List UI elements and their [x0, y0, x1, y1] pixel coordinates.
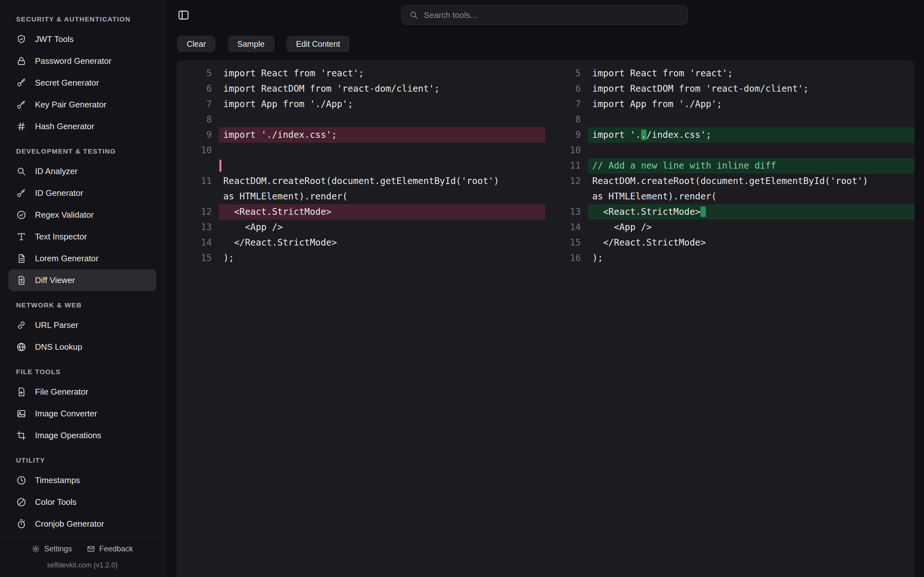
- sidebar-section-title: NETWORK & WEB: [0, 291, 165, 314]
- timer-icon: [16, 519, 27, 529]
- search-box[interactable]: [401, 5, 688, 25]
- diff-row: 14 <App />: [545, 219, 914, 235]
- sidebar-item-label: Image Converter: [35, 409, 97, 419]
- sidebar-item-label: JWT Tools: [35, 34, 73, 44]
- diff-row: 13 <App />: [176, 219, 545, 235]
- sidebar-item-label: Regex Validator: [35, 210, 94, 220]
- code-line: import './index.css';: [219, 127, 545, 143]
- sidebar-item-id-analyzer[interactable]: ID Analyzer: [8, 160, 156, 182]
- code-line: <App />: [588, 219, 914, 235]
- code-line: import React from 'react';: [219, 66, 545, 81]
- sidebar-item-text-inspector[interactable]: Text Inspector: [8, 226, 156, 247]
- mail-icon: [87, 545, 95, 553]
- diff-row: 13 <React.StrictMode>: [545, 204, 914, 219]
- sidebar-item-label: DNS Lookup: [35, 342, 82, 352]
- version-text: selfdevkit.com (v1.2.0): [0, 561, 165, 569]
- line-number: [176, 189, 212, 204]
- code-line: ReactDOM.createRoot(document.getElementB…: [588, 173, 914, 189]
- clock-icon: [16, 475, 27, 486]
- line-number: 7: [545, 97, 581, 112]
- diff-row: [176, 158, 545, 173]
- badge-check-icon: [16, 210, 27, 220]
- code-line: import React from 'react';: [588, 66, 914, 81]
- diff-row: 9import '../index.css';: [545, 127, 914, 143]
- sidebar-item-file-generator[interactable]: File Generator: [8, 381, 156, 403]
- sidebar-section-title: DEVELOPMENT & TESTING: [0, 137, 165, 160]
- sidebar-section: UTILITYTimestampsColor ToolsCronjob Gene…: [0, 446, 165, 535]
- search-input[interactable]: [424, 10, 680, 20]
- edit-content-button[interactable]: Edit Content: [286, 35, 350, 52]
- diff-row: 16);: [545, 250, 914, 266]
- diff-row: 5import React from 'react';: [545, 66, 914, 81]
- sidebar-item-dns-lookup[interactable]: DNS Lookup: [8, 336, 156, 358]
- sidebar-item-id-generator[interactable]: ID Generator: [8, 182, 156, 204]
- sidebar-section-title: UTILITY: [0, 446, 165, 469]
- line-number: 10: [545, 143, 581, 158]
- sidebar-item-label: ID Analyzer: [35, 166, 78, 176]
- sidebar-item-color-tools[interactable]: Color Tools: [8, 491, 156, 513]
- sidebar: SECURITY & AUTHENTICATIONJWT ToolsPasswo…: [0, 0, 165, 577]
- sidebar-item-label: Hash Generator: [35, 121, 94, 131]
- diff-row: 11// Add a new line with inline diff: [545, 158, 914, 173]
- sidebar-item-label: Diff Viewer: [35, 276, 75, 285]
- topbar: [165, 0, 924, 31]
- code-line: [219, 112, 545, 127]
- sidebar-sections: SECURITY & AUTHENTICATIONJWT ToolsPasswo…: [0, 0, 165, 536]
- crop-icon: [16, 430, 27, 441]
- diff-row: 6import ReactDOM from 'react-dom/client'…: [545, 81, 914, 97]
- sidebar-section: SECURITY & AUTHENTICATIONJWT ToolsPasswo…: [0, 5, 165, 137]
- clear-button[interactable]: Clear: [177, 35, 216, 52]
- sidebar-toggle-icon[interactable]: [177, 9, 190, 21]
- line-number: 13: [176, 219, 212, 235]
- feedback-link[interactable]: Feedback: [87, 544, 133, 553]
- line-number: 8: [176, 112, 212, 127]
- diff-row: 7import App from './App';: [545, 97, 914, 112]
- sidebar-item-hash-generator[interactable]: Hash Generator: [8, 115, 156, 137]
- code-line: <App />: [219, 219, 545, 235]
- sidebar-item-jwt-tools[interactable]: JWT Tools: [8, 28, 156, 50]
- sidebar-item-label: Cronjob Generator: [35, 519, 104, 529]
- sidebar-item-image-converter[interactable]: Image Converter: [8, 403, 156, 424]
- link-icon: [16, 320, 27, 330]
- gear-icon: [31, 545, 40, 553]
- file-diff-icon: [16, 275, 27, 285]
- settings-link[interactable]: Settings: [31, 544, 72, 553]
- sidebar-item-password-generator[interactable]: Password Generator: [8, 50, 156, 72]
- line-number: 5: [545, 66, 581, 81]
- settings-label: Settings: [44, 544, 72, 553]
- diff-row: 8: [545, 112, 914, 127]
- code-line: as HTMLElement).render(: [588, 189, 914, 204]
- sidebar-item-image-operations[interactable]: Image Operations: [8, 424, 156, 446]
- sidebar-item-label: Lorem Generator: [35, 253, 99, 263]
- diff-row: 10: [176, 143, 545, 158]
- file-plus-icon: [16, 387, 27, 397]
- code-line: [219, 143, 545, 158]
- lock-icon: [16, 56, 27, 66]
- line-number: 6: [545, 81, 581, 97]
- sidebar-item-url-parser[interactable]: URL Parser: [8, 314, 156, 336]
- code-line: import App from './App';: [588, 97, 914, 112]
- sidebar-item-label: Image Operations: [35, 430, 102, 440]
- sample-button[interactable]: Sample: [228, 35, 274, 52]
- sidebar-footer-links: Settings Feedback: [0, 544, 165, 553]
- code-line: import ReactDOM from 'react-dom/client';: [219, 81, 545, 97]
- diff-row: 8: [176, 112, 545, 127]
- sidebar-item-diff-viewer[interactable]: Diff Viewer: [8, 269, 156, 291]
- diff-row: 7import App from './App';: [176, 97, 545, 112]
- sidebar-item-secret-generator[interactable]: Secret Generator: [8, 72, 156, 93]
- sidebar-item-label: Color Tools: [35, 497, 77, 507]
- diff-row: as HTMLElement).render(: [176, 189, 545, 204]
- sidebar-item-cronjob-generator[interactable]: Cronjob Generator: [8, 513, 156, 535]
- globe-icon: [16, 342, 27, 352]
- sidebar-item-regex-validator[interactable]: Regex Validator: [8, 204, 156, 226]
- diff-viewer: 5import React from 'react';6import React…: [176, 61, 914, 577]
- sidebar-item-lorem-generator[interactable]: Lorem Generator: [8, 247, 156, 269]
- diff-row: 5import React from 'react';: [176, 66, 545, 81]
- line-number: 10: [176, 143, 212, 158]
- sidebar-item-timestamps[interactable]: Timestamps: [8, 469, 156, 491]
- sidebar-item-key-pair-generator[interactable]: Key Pair Generator: [8, 93, 156, 115]
- app-root: SECURITY & AUTHENTICATIONJWT ToolsPasswo…: [0, 0, 924, 577]
- line-number: 11: [545, 158, 581, 173]
- diff-row: as HTMLElement).render(: [545, 189, 914, 204]
- file-text-icon: [16, 253, 27, 264]
